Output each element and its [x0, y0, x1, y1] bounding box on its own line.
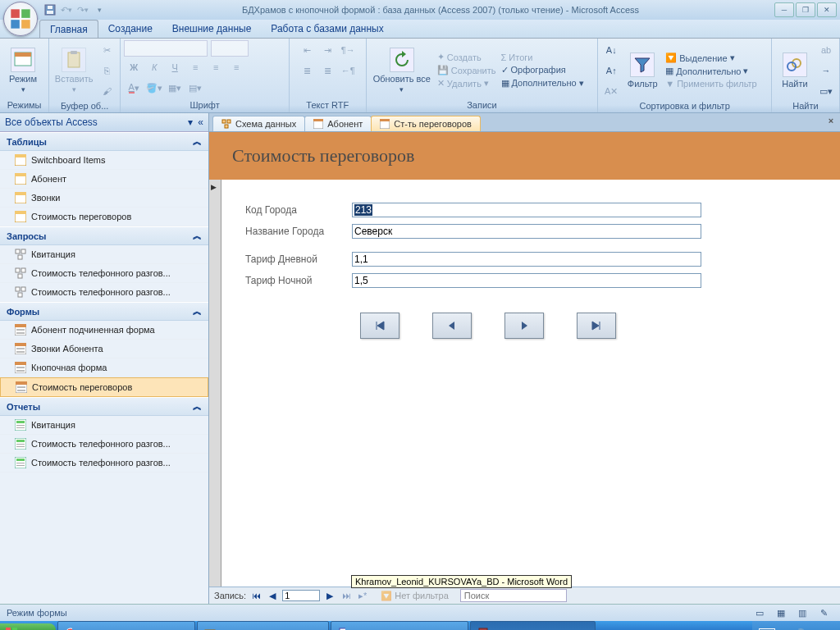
align-center-icon[interactable]: ≡ [206, 57, 226, 77]
close-button[interactable]: ✕ [817, 2, 837, 17]
totals-button[interactable]: Σ Итоги [500, 52, 586, 63]
goto-icon[interactable]: → [816, 61, 836, 80]
more-records-button[interactable]: ▦ Дополнительно ▾ [500, 77, 586, 89]
nav-table-item[interactable]: Абонент [0, 170, 208, 189]
spelling-button[interactable]: ✓ Орфография [500, 64, 586, 76]
nav-table-item[interactable]: Звонки [0, 189, 208, 208]
filter-button[interactable]: Фильтр [623, 51, 662, 90]
field-input-city-name[interactable]: Северск [352, 224, 701, 239]
restore-button[interactable]: ❐ [796, 2, 815, 17]
increase-indent-icon[interactable]: ⇥ [317, 40, 337, 60]
doc-tab-schema[interactable]: Схема данных [212, 116, 305, 131]
form-nav-first-button[interactable] [360, 313, 399, 339]
nav-report-item[interactable]: Квитанция [0, 416, 208, 435]
numbering-icon[interactable]: ≣ [317, 61, 337, 80]
nav-query-item[interactable]: Квитанция [0, 245, 208, 264]
nav-section-forms[interactable]: Формы︽ [0, 302, 208, 321]
align-right-icon[interactable]: ≡ [226, 57, 246, 77]
selection-filter-button[interactable]: 🔽 Выделение ▾ [664, 52, 758, 64]
delete-record-button[interactable]: ✕ Удалить ▾ [436, 77, 498, 89]
ltr-icon[interactable]: ¶→ [338, 40, 358, 60]
decrease-indent-icon[interactable]: ⇤ [297, 40, 317, 60]
clear-sort-icon[interactable]: A✕ [601, 81, 621, 101]
sort-desc-icon[interactable]: A↑ [601, 61, 621, 80]
doc-close-button[interactable]: × [825, 116, 837, 127]
recnav-last-icon[interactable]: ⏭ [340, 590, 353, 601]
rtl-icon[interactable]: ←¶ [338, 61, 358, 80]
underline-icon[interactable]: Ч [165, 57, 185, 77]
nav-query-item[interactable]: Стоимость телефонного разгов... [0, 283, 208, 302]
cut-icon[interactable]: ✂ [97, 40, 116, 60]
align-left-icon[interactable]: ≡ [185, 57, 205, 77]
paste-button[interactable]: Вставить▾ [52, 46, 95, 95]
save-record-button[interactable]: 💾 Сохранить [436, 64, 498, 76]
view-shortcuts[interactable]: ▭ ▦ ▥ ✎ [750, 603, 833, 623]
select-icon[interactable]: ▭▾ [816, 81, 836, 101]
form-nav-prev-button[interactable] [432, 313, 472, 339]
recnav-prev-icon[interactable]: ◀ [266, 590, 279, 601]
recnav-new-icon[interactable]: ▸* [356, 590, 369, 601]
nav-section-tables[interactable]: Таблицы︽ [0, 132, 208, 151]
tab-database[interactable]: Работа с базами данных [261, 20, 393, 38]
layout-view-icon[interactable]: ▥ [792, 603, 812, 623]
redo-icon[interactable]: ↷▾ [75, 2, 90, 17]
nav-report-item[interactable]: Стоимость телефонного разгов... [0, 435, 208, 454]
start-button[interactable]: Пуск [0, 623, 56, 630]
font-color-icon[interactable]: A▾ [124, 78, 144, 98]
nav-report-item[interactable]: Стоимость телефонного разгов... [0, 454, 208, 472]
tab-home[interactable]: Главная [39, 20, 98, 38]
nav-table-item[interactable]: Стоимость переговоров [0, 208, 208, 226]
datasheet-view-icon[interactable]: ▦ [771, 603, 791, 623]
advanced-filter-button[interactable]: ▦ Дополнительно ▾ [664, 65, 758, 77]
system-tray[interactable]: RU 🛡 🔊 11:00 [752, 621, 840, 630]
save-icon[interactable] [43, 2, 57, 17]
doc-tab-abonent[interactable]: Абонент [304, 116, 372, 131]
alt-row-icon[interactable]: ▤▾ [185, 78, 205, 98]
form-nav-last-button[interactable] [577, 313, 616, 339]
gridlines-icon[interactable]: ▦▾ [165, 78, 185, 98]
taskbar-item[interactable]: WKhramov_Leonid_KURSO... [331, 621, 468, 630]
design-view-icon[interactable]: ✎ [814, 603, 833, 623]
taskbar-item[interactable]: O:\Филатова\Д094\Хра... [197, 621, 329, 630]
recnav-first-icon[interactable]: ⏮ [249, 590, 262, 601]
record-selector[interactable]: ▶ [209, 180, 221, 587]
nav-form-item[interactable]: Абонент подчиненная форма [0, 321, 208, 340]
recnav-search-input[interactable] [460, 589, 567, 602]
undo-icon[interactable]: ↶▾ [59, 2, 74, 17]
format-painter-icon[interactable]: 🖌 [97, 81, 116, 101]
italic-icon[interactable]: К [144, 57, 164, 77]
minimize-button[interactable]: ─ [774, 2, 794, 17]
nav-form-item[interactable]: Звонки Абонента [0, 340, 208, 358]
nav-query-item[interactable]: Стоимость телефонного разгов... [0, 264, 208, 283]
tab-external[interactable]: Внешние данные [162, 20, 262, 38]
doc-tab-cost[interactable]: Ст-ть переговоров [371, 116, 481, 131]
taskbar-item[interactable]: AMicrosoft Access - БД... [470, 621, 595, 630]
bullets-icon[interactable]: ≣ [297, 61, 317, 80]
toggle-filter-button[interactable]: ▼ Применить фильтр [664, 78, 758, 89]
nav-table-item[interactable]: Switchboard Items [0, 151, 208, 170]
bold-icon[interactable]: Ж [124, 57, 144, 77]
field-input-night-rate[interactable]: 1,5 [352, 273, 701, 288]
new-record-button[interactable]: ✦ Создать [436, 51, 498, 63]
field-input-city-code[interactable]: 213 [352, 203, 701, 217]
find-button[interactable]: Найти [775, 51, 815, 90]
recnav-position-input[interactable] [282, 590, 320, 601]
recnav-next-icon[interactable]: ▶ [323, 590, 336, 601]
nav-form-item[interactable]: Стоимость переговоров [0, 377, 208, 397]
view-button[interactable]: Режим▾ [3, 46, 43, 95]
copy-icon[interactable]: ⎘ [97, 61, 116, 80]
sort-asc-icon[interactable]: A↓ [601, 40, 621, 60]
field-input-day-rate[interactable]: 1,1 [352, 252, 701, 267]
refresh-all-button[interactable]: Обновить все▾ [370, 46, 434, 95]
taskbar-item[interactable]: Khramov_Leonid_KURSO... [57, 621, 195, 630]
form-view-icon[interactable]: ▭ [750, 603, 769, 623]
nav-section-reports[interactable]: Отчеты︽ [0, 397, 208, 416]
fill-color-icon[interactable]: 🪣▾ [144, 78, 164, 98]
form-nav-next-button[interactable] [504, 313, 544, 339]
tab-create[interactable]: Создание [98, 20, 162, 38]
qat-customize-icon[interactable]: ▾ [92, 2, 107, 17]
replace-icon[interactable]: ab [816, 40, 836, 60]
nav-section-queries[interactable]: Запросы︽ [0, 226, 208, 245]
nav-form-item[interactable]: Кнопочная форма [0, 358, 208, 377]
nav-pane-header[interactable]: Все объекты Access▾ « [0, 113, 208, 132]
